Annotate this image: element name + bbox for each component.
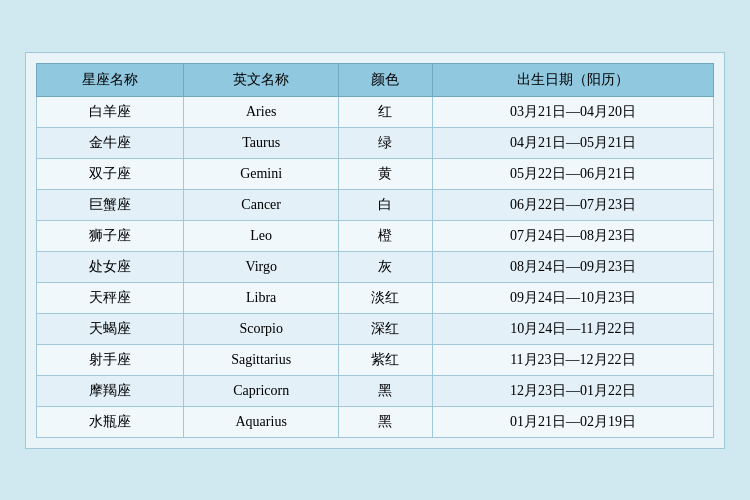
cell-chinese-name: 白羊座: [37, 96, 184, 127]
cell-english-name: Sagittarius: [184, 344, 339, 375]
cell-chinese-name: 处女座: [37, 251, 184, 282]
cell-chinese-name: 金牛座: [37, 127, 184, 158]
cell-color: 深红: [339, 313, 433, 344]
cell-dates: 05月22日—06月21日: [432, 158, 713, 189]
cell-dates: 09月24日—10月23日: [432, 282, 713, 313]
cell-chinese-name: 水瓶座: [37, 406, 184, 437]
table-header-row: 星座名称 英文名称 颜色 出生日期（阳历）: [37, 63, 714, 96]
table-row: 天蝎座Scorpio深红10月24日—11月22日: [37, 313, 714, 344]
cell-chinese-name: 巨蟹座: [37, 189, 184, 220]
cell-english-name: Taurus: [184, 127, 339, 158]
cell-dates: 10月24日—11月22日: [432, 313, 713, 344]
cell-color: 白: [339, 189, 433, 220]
cell-english-name: Leo: [184, 220, 339, 251]
cell-chinese-name: 双子座: [37, 158, 184, 189]
zodiac-table-container: 星座名称 英文名称 颜色 出生日期（阳历） 白羊座Aries红03月21日—04…: [25, 52, 725, 449]
cell-chinese-name: 天蝎座: [37, 313, 184, 344]
header-color: 颜色: [339, 63, 433, 96]
cell-english-name: Scorpio: [184, 313, 339, 344]
header-english-name: 英文名称: [184, 63, 339, 96]
cell-color: 黑: [339, 406, 433, 437]
table-row: 天秤座Libra淡红09月24日—10月23日: [37, 282, 714, 313]
cell-dates: 08月24日—09月23日: [432, 251, 713, 282]
table-row: 狮子座Leo橙07月24日—08月23日: [37, 220, 714, 251]
cell-dates: 11月23日—12月22日: [432, 344, 713, 375]
cell-color: 橙: [339, 220, 433, 251]
cell-dates: 04月21日—05月21日: [432, 127, 713, 158]
table-row: 双子座Gemini黄05月22日—06月21日: [37, 158, 714, 189]
cell-english-name: Cancer: [184, 189, 339, 220]
cell-color: 淡红: [339, 282, 433, 313]
table-row: 巨蟹座Cancer白06月22日—07月23日: [37, 189, 714, 220]
cell-dates: 01月21日—02月19日: [432, 406, 713, 437]
cell-english-name: Libra: [184, 282, 339, 313]
cell-chinese-name: 狮子座: [37, 220, 184, 251]
cell-dates: 06月22日—07月23日: [432, 189, 713, 220]
header-chinese-name: 星座名称: [37, 63, 184, 96]
header-birth-date: 出生日期（阳历）: [432, 63, 713, 96]
cell-color: 紫红: [339, 344, 433, 375]
table-row: 处女座Virgo灰08月24日—09月23日: [37, 251, 714, 282]
cell-color: 绿: [339, 127, 433, 158]
cell-color: 红: [339, 96, 433, 127]
table-row: 金牛座Taurus绿04月21日—05月21日: [37, 127, 714, 158]
table-row: 白羊座Aries红03月21日—04月20日: [37, 96, 714, 127]
cell-color: 灰: [339, 251, 433, 282]
cell-english-name: Gemini: [184, 158, 339, 189]
cell-chinese-name: 摩羯座: [37, 375, 184, 406]
table-row: 水瓶座Aquarius黑01月21日—02月19日: [37, 406, 714, 437]
cell-dates: 03月21日—04月20日: [432, 96, 713, 127]
cell-color: 黄: [339, 158, 433, 189]
table-row: 射手座Sagittarius紫红11月23日—12月22日: [37, 344, 714, 375]
zodiac-table: 星座名称 英文名称 颜色 出生日期（阳历） 白羊座Aries红03月21日—04…: [36, 63, 714, 438]
cell-chinese-name: 射手座: [37, 344, 184, 375]
cell-english-name: Aries: [184, 96, 339, 127]
cell-dates: 07月24日—08月23日: [432, 220, 713, 251]
cell-english-name: Virgo: [184, 251, 339, 282]
cell-dates: 12月23日—01月22日: [432, 375, 713, 406]
cell-chinese-name: 天秤座: [37, 282, 184, 313]
table-row: 摩羯座Capricorn黑12月23日—01月22日: [37, 375, 714, 406]
cell-color: 黑: [339, 375, 433, 406]
cell-english-name: Aquarius: [184, 406, 339, 437]
cell-english-name: Capricorn: [184, 375, 339, 406]
